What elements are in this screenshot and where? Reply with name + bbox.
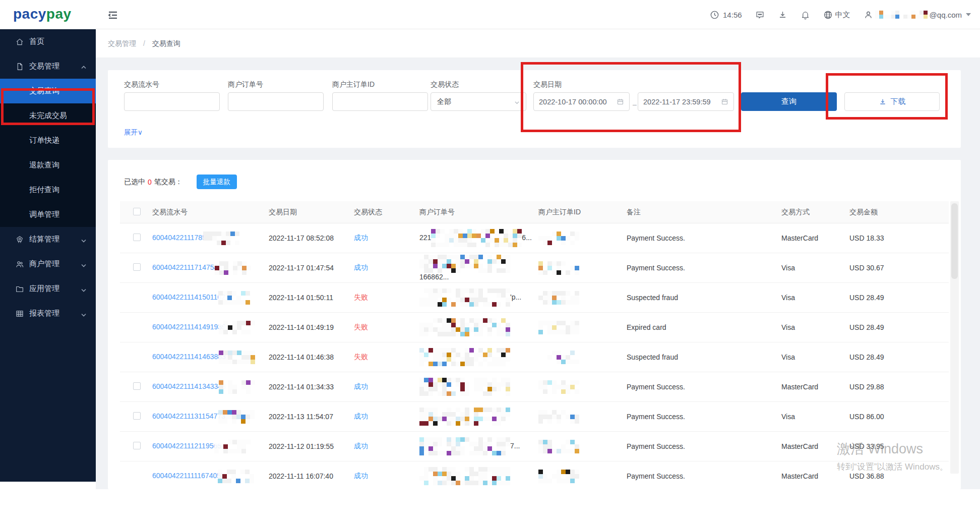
col-txn-no: 交易流水号 [152,208,269,217]
txn-id-link[interactable]: 600404221112119565 [152,442,221,450]
txn-id-cell: 6004042211141343343 [152,380,269,394]
sidebar-item-0[interactable]: 首页 [0,29,96,54]
query-button[interactable]: 查询 [741,92,837,111]
col-txn-date: 交易日期 [269,208,354,217]
remark: Expired card [627,323,781,331]
sidebar-item-8[interactable]: 结算管理 [0,227,96,252]
breadcrumb-bar: 交易管理 / 交易查询 [96,29,980,58]
merchant-main-order-cell [538,380,627,394]
txn-no-input[interactable] [124,92,220,111]
txn-id-cell: 600404221117852 [152,231,269,245]
merchant-order-cell [419,348,538,366]
sidebar-item-7[interactable]: 调单管理 [0,202,96,227]
batch-refund-button[interactable]: 批量退款 [197,175,237,189]
txn-id-link[interactable]: 600404221117852 [152,234,210,242]
selection-suffix: 笔交易： [154,178,182,187]
merchant-order-cell [419,467,538,485]
top-bar: pacypay 14:56 中文 [0,0,980,29]
date-to-value: 2022-11-17 23:59:59 [643,98,711,106]
sidebar-item-10[interactable]: 应用管理 [0,276,96,301]
txn-id-link[interactable]: 6004042211141463883 [152,353,226,361]
row-checkbox[interactable] [133,263,141,271]
time-display: 14:56 [710,10,742,20]
download-button[interactable]: 下载 [844,92,940,111]
txn-id-link[interactable]: 6004042211141491939 [152,323,226,331]
sidebar-item-5[interactable]: 退款查询 [0,153,96,178]
row-checkbox[interactable] [133,382,141,390]
date-to-input[interactable]: 2022-11-17 23:59:59 [638,92,734,111]
sidebar-item-label: 订单快递 [29,136,59,145]
transactions-table: 交易流水号 交易日期 交易状态 商户订单号 商户主订单ID 备注 交易方式 交易… [120,201,949,489]
row-checkbox-cell [120,382,152,391]
amount: USD 36.88 [849,472,949,480]
pay-method: MasterCard [781,234,849,242]
txn-date-label: 交易日期 [533,80,562,89]
table-row: 60040422111414919392022-11-14 01:49:19失败… [120,313,949,342]
folder-icon [15,284,24,294]
sidebar-item-3[interactable]: 未完成交易 [0,103,96,128]
row-checkbox[interactable] [133,234,141,241]
scrollbar-thumb[interactable] [951,203,958,279]
merchant-main-order-cell [538,440,627,453]
redaction-mosaic [419,437,510,455]
sidebar-item-9[interactable]: 商户管理 [0,252,96,276]
user-account-menu[interactable]: @qq.com [864,10,971,20]
language-switcher[interactable]: 中文 [823,10,850,20]
remark: Suspected fraud [627,294,781,302]
txn-no-label: 交易流水号 [124,80,159,89]
download-center-icon[interactable] [778,10,787,20]
transactions-panel: 已选中 0 笔交易： 批量退款 交易流水号 交易日期 交易状态 商户订单号 商户… [108,160,961,489]
txn-id-link[interactable]: 600404221117147543 [152,263,222,271]
chevron-down-icon [514,99,520,104]
redaction-mosaic [419,378,510,396]
chevron-down-icon [81,237,87,243]
merchant-main-order-cell [538,291,627,305]
txn-status: 成功 [354,234,419,243]
selection-count: 0 [148,178,152,186]
txn-id-cell: 6004042211141463883 [152,351,269,364]
table-row: 6004042211171475432022-11-17 01:47:54成功1… [120,253,949,283]
txn-id-link[interactable]: 6004042211141501162 [152,293,225,301]
breadcrumb-parent[interactable]: 交易管理 [108,39,136,47]
calendar-icon [721,98,728,105]
sidebar-collapse-icon[interactable] [107,9,119,21]
chevron-down-icon [81,286,87,292]
row-checkbox[interactable] [133,412,141,420]
table-scrollbar[interactable] [950,201,959,474]
date-range-dash: – [633,100,637,108]
expand-filters-link[interactable]: 展开∨ [124,128,143,137]
row-checkbox[interactable] [133,442,141,449]
txn-status: 成功 [354,412,419,421]
sidebar-item-6[interactable]: 拒付查询 [0,178,96,202]
sidebar-item-11[interactable]: 报表管理 [0,301,96,326]
file-icon [15,62,24,71]
breadcrumb: 交易管理 / 交易查询 [108,39,180,48]
logo-part-2: pay [46,6,72,22]
merchant-main-order-label: 商户主订单ID [332,80,375,89]
redaction-mosaic [219,380,255,394]
merchant-main-order-cell [538,351,627,364]
txn-id-cell: 6004042211141491939 [152,321,269,334]
filter-panel: 交易流水号 商户订单号 商户主订单ID 交易状态 交易日期 全部 2022-10… [108,70,961,148]
txn-date: 2022-11-14 01:46:38 [269,353,354,361]
merchant-main-order-cell [538,470,627,483]
txn-id-link[interactable]: 6004042211131154773 [152,412,225,420]
txn-date: 2022-11-17 01:47:54 [269,264,354,272]
txn-id-link[interactable]: 6004042211111674057 [152,472,225,480]
notification-bell-icon[interactable] [801,10,810,20]
amount: USD 28.49 [849,353,949,361]
txn-status-select[interactable]: 全部 [431,92,526,111]
sidebar-item-1[interactable]: 交易管理 [0,54,96,79]
sidebar-item-2[interactable]: 交易查询 [0,79,96,103]
select-all-checkbox[interactable] [133,208,141,215]
breadcrumb-current: 交易查询 [152,39,180,47]
merchant-order-input[interactable] [228,92,324,111]
txn-id-cell: 6004042211131154773 [152,410,269,424]
sidebar-item-4[interactable]: 订单快递 [0,128,96,153]
txn-id-link[interactable]: 6004042211141343343 [152,382,226,390]
row-checkbox-cell [120,442,152,451]
message-icon[interactable] [755,10,765,20]
merchant-main-order-cell [538,410,627,424]
date-from-input[interactable]: 2022-10-17 00:00:00 [533,92,630,111]
merchant-main-order-input[interactable] [332,92,428,111]
